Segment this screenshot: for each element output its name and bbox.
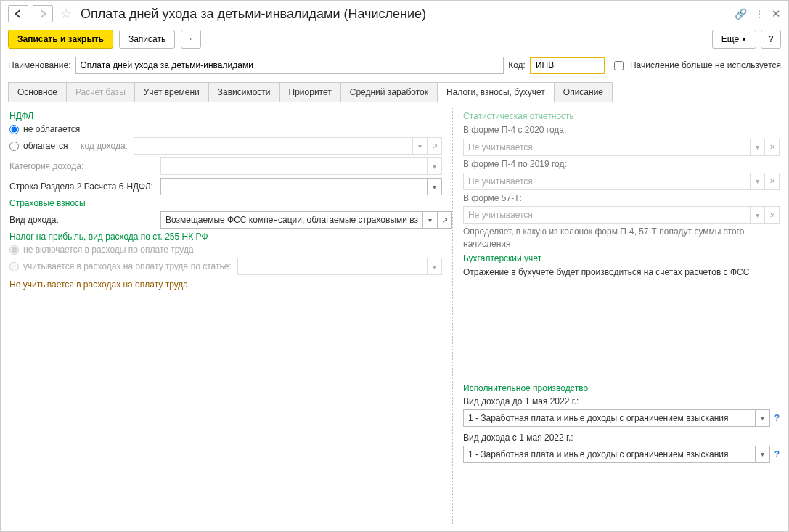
ndfl-taxed-label: облагается [23,141,68,151]
tab-calc-base[interactable]: Расчет базы [66,82,135,102]
kebab-menu-icon[interactable]: ⋮ [754,8,764,20]
tab-time[interactable]: Учет времени [134,82,209,102]
p4-2019-clear-icon: ✕ [765,173,780,190]
p4-2019-label: В форме П-4 по 2019 год: [463,158,780,171]
not-counted-message: Не учитывается в расходах на оплату труд… [9,279,442,290]
report-icon-button[interactable] [181,30,201,49]
tab-description[interactable]: Описание [554,82,613,102]
income-category-label: Категория дохода: [9,161,155,171]
tab-main[interactable]: Основное [8,82,67,102]
help-button[interactable]: ? [761,30,781,49]
save-and-close-button[interactable]: Записать и закрыть [8,30,113,49]
income-type-open-icon[interactable]: ↗ [438,211,452,229]
income-type-input[interactable]: Возмещаемые ФСС компенсации, облагаемые … [160,211,423,229]
income-category-dropdown-icon: ▾ [428,157,442,175]
tab-taxes[interactable]: Налоги, взносы, бухучет [437,82,555,102]
unused-label: Начисление больше не используется [630,60,781,70]
section2-input[interactable] [160,178,428,195]
income-after-input[interactable]: 1 - Заработная плата и иные доходы с огр… [463,446,756,463]
p4-2020-label: В форме П-4 с 2020 года: [463,124,780,136]
income-before-label: Вид дохода до 1 мая 2022 г.: [463,396,780,406]
favorite-star-icon[interactable]: ☆ [60,6,72,22]
income-after-label: Вид дохода с 1 мая 2022 г.: [463,433,780,443]
code-input[interactable] [530,57,605,74]
stat-note: Определяет, в какую из колонок форм П-4,… [463,226,780,250]
ndfl-not-taxed-label: не облагается [23,124,80,134]
tab-deps[interactable]: Зависимости [208,82,280,102]
not-included-label: не включается в расходы по оплате труда [23,245,194,255]
expense-item-input [237,258,428,275]
stat-section-title: Статистическая отчетность [463,111,780,121]
f57t-input: Не учитывается [463,206,751,224]
income-code-label: код дохода: [81,141,128,151]
ndfl-not-taxed-radio[interactable] [9,125,19,134]
insurance-section-title: Страховые взносы [9,198,442,208]
p4-2020-input: Не учитывается [463,139,751,156]
f57t-dropdown-icon: ▾ [751,206,765,224]
income-category-input [160,157,428,175]
income-code-dropdown-icon: ▾ [413,137,428,155]
nav-back-button[interactable] [8,5,28,22]
code-label: Код: [508,60,526,70]
ndfl-section-title: НДФЛ [9,111,442,121]
income-before-dropdown-icon[interactable]: ▾ [756,409,770,427]
tab-average[interactable]: Средний заработок [340,82,438,102]
income-type-dropdown-icon[interactable]: ▾ [423,211,438,229]
nav-forward-button[interactable] [33,5,53,22]
acc-section-title: Бухгалтерский учет [463,253,780,263]
section2-dropdown-icon[interactable]: ▾ [428,178,442,195]
page-title: Оплата дней ухода за детьми-инвалидами (… [81,7,426,22]
tab-priority[interactable]: Приоритет [279,82,341,102]
included-by-item-label: учитывается в расходах на оплату труда п… [23,261,232,271]
more-button[interactable]: Еще [712,30,756,49]
section2-label: Строка Раздела 2 Расчета 6-НДФЛ: [9,181,155,192]
p4-2020-dropdown-icon: ▾ [751,139,765,156]
profit-tax-section-title: Налог на прибыль, вид расхода по ст. 255… [9,232,442,242]
income-code-open-icon: ↗ [428,137,442,155]
acc-note: Отражение в бухучете будет производиться… [463,266,780,279]
income-code-input [134,137,413,155]
close-icon[interactable]: ✕ [772,7,781,20]
name-input[interactable] [75,57,504,74]
expense-item-dropdown-icon: ▾ [428,258,442,275]
income-before-help-icon[interactable]: ? [774,413,780,423]
enforce-section-title: Исполнительное производство [463,383,780,393]
p4-2019-dropdown-icon: ▾ [751,173,765,190]
unused-checkbox[interactable] [614,61,624,70]
p4-2019-input: Не учитывается [463,173,751,190]
f57t-label: В форме 57-Т: [463,192,780,205]
save-button[interactable]: Записать [119,30,175,49]
ndfl-taxed-radio[interactable] [9,142,19,151]
f57t-clear-icon: ✕ [765,206,780,224]
income-after-help-icon[interactable]: ? [774,449,780,459]
income-before-input[interactable]: 1 - Заработная плата и иные доходы с огр… [463,409,756,427]
income-after-dropdown-icon[interactable]: ▾ [756,446,770,463]
income-type-label: Вид дохода: [9,215,155,225]
included-by-item-radio [9,262,19,271]
p4-2020-clear-icon: ✕ [765,139,780,156]
link-icon[interactable]: 🔗 [735,8,747,20]
not-included-radio [9,245,19,255]
name-label: Наименование: [8,60,71,70]
